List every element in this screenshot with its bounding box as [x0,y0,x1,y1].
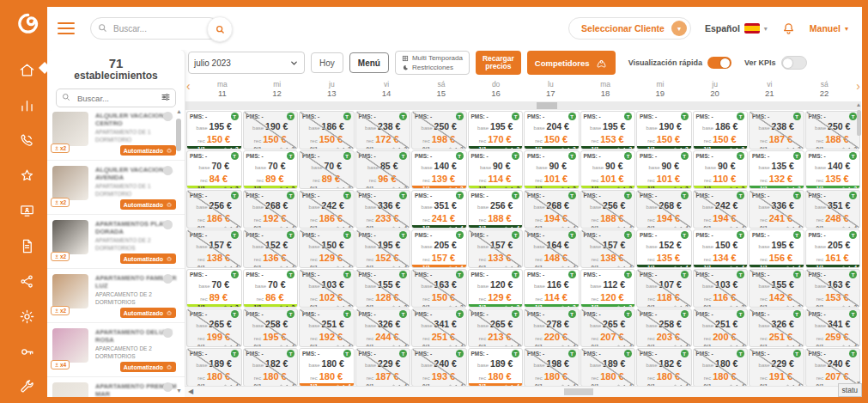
rate-status-icon[interactable]: T [624,113,632,120]
price-cell-r4-d12[interactable]: PMS: - T base152 € rec136 € 0/1 4 [243,229,299,268]
price-cell-r7-d12[interactable]: PMS: - T base182 € rec180 € 0/1 4 [243,348,299,387]
rate-status-icon[interactable]: T [681,231,689,239]
competitors-button[interactable]: Competidores [527,51,616,75]
rate-status-icon[interactable]: T [512,231,519,239]
select-client-dropdown[interactable]: Seleccionar Cliente ▾ [568,17,691,40]
language-dropdown[interactable]: Español ▾ [705,23,768,34]
day-column-13[interactable]: ju 13 [305,80,360,98]
rate-status-icon[interactable]: T [681,310,689,318]
rate-status-icon[interactable]: T [287,231,294,239]
scrollbar-thumb[interactable] [537,102,557,109]
price-cell-r2-d11[interactable]: PMS: - T base70 € rec84 € 1/1 2 [186,150,242,189]
rate-status-icon[interactable]: T [231,231,239,239]
rate-status-icon[interactable]: T [737,350,744,357]
rate-status-icon[interactable]: T [512,310,519,318]
rate-status-icon[interactable]: T [512,113,519,120]
rate-status-icon[interactable]: T [793,192,801,199]
rate-status-icon[interactable]: T [737,271,744,278]
price-cell-r1-d18[interactable]: PMS: - T base195 € rec153 € 1/1 2 [580,111,636,150]
sidebar-item-star[interactable] [17,165,38,186]
price-cell-r4-d20[interactable]: PMS: - T base150 € rec134 € 1/1 4 [693,229,749,268]
rate-status-icon[interactable]: T [287,113,294,120]
price-cell-r7-d22[interactable]: PMS: - T base240 € rec207 € 0/1 4 [805,348,861,387]
establishment-item-4[interactable]: x2 Apartamento familiar luz Aparcamento … [47,269,185,323]
rate-status-icon[interactable]: T [287,271,294,278]
price-cell-r3-d21[interactable]: PMS: - T base336 € rec241 € 0/1 4 [749,190,804,229]
price-cell-r5-d20[interactable]: PMS: - T base103 € rec116 € 0/1 2 [693,269,749,308]
price-cell-r5-d16[interactable]: PMS: - T base120 € rec129 € 1/1 2 [468,269,524,308]
rate-status-icon[interactable]: T [343,231,351,239]
day-column-15[interactable]: sá 15 [414,80,469,98]
scroll-up-icon[interactable]: ▲ [855,101,862,107]
rate-status-icon[interactable]: T [737,113,744,120]
rate-status-icon[interactable]: T [231,350,239,357]
price-cell-r7-d15[interactable]: PMS: - T base240 € rec193 € 0/1 4 [411,348,467,387]
rate-status-icon[interactable]: T [624,271,632,278]
price-cell-r6-d12[interactable]: PMS: - T base258 € rec195 € 0/1 4 [243,308,299,347]
price-cell-r3-d22[interactable]: PMS: - T base351 € rec248 € 0/1 4 [805,190,861,229]
rate-status-icon[interactable]: T [456,192,464,199]
rate-status-icon[interactable]: T [399,310,407,318]
prev-days-chevron[interactable]: ‹ [186,79,191,93]
sidebar-item-phone[interactable] [17,130,38,150]
rate-status-icon[interactable]: T [568,231,576,239]
price-cell-r4-d17[interactable]: PMS: - T base164 € rec148 € 0/1 4 [524,229,580,268]
price-cell-r2-d22[interactable]: PMS: - T base140 € rec135 € 1/1 2 [805,150,861,189]
rate-status-icon[interactable]: T [737,310,744,318]
establishment-item-6[interactable]: x4 Apartamento premium mar Apartamento c… [47,377,185,397]
day-column-17[interactable]: lu 17 [524,80,579,98]
rate-status-icon[interactable]: T [568,310,576,318]
sidebar-item-monitor[interactable] [17,200,38,221]
rate-status-icon[interactable]: T [568,350,576,357]
price-cell-r3-d11[interactable]: PMS: - T base256 € rec186 € 0/1 4 [186,190,242,229]
rate-status-icon[interactable]: T [512,152,519,160]
rate-status-icon[interactable]: T [399,271,407,278]
day-column-18[interactable]: ma 18 [578,80,633,98]
rate-status-icon[interactable]: T [793,350,801,357]
brand-logo-icon[interactable] [7,7,47,40]
price-cell-r6-d19[interactable]: PMS: - T base258 € rec203 € 0/1 4 [636,308,692,347]
rate-status-icon[interactable]: T [399,192,407,199]
price-cell-r5-d11[interactable]: PMS: - T base70 € rec89 € 1/1 2 [186,269,242,308]
price-cell-r6-d14[interactable]: PMS: - T base326 € rec244 € 0/1 4 [355,308,411,347]
price-cell-r2-d20[interactable]: PMS: - T base90 € rec110 € 1/1 2 [693,150,749,189]
price-cell-r1-d16[interactable]: PMS: - T base195 € rec170 € 1/1 2 [468,111,524,150]
rate-status-icon[interactable]: T [231,271,239,278]
scrollbar-thumb[interactable] [857,110,861,136]
price-cell-r2-d16[interactable]: PMS: - T base90 € rec114 € 1/1 2 [468,150,524,189]
price-cell-r1-d14[interactable]: PMS: - T base238 € rec172 € 0/1 2 [355,111,411,150]
rate-status-icon[interactable]: T [287,310,294,318]
price-cell-r1-d17[interactable]: PMS: - T base204 € rec150 € 1/1 2 [524,111,580,150]
price-cell-r1-d15[interactable]: PMS: - T base250 € rec198 € 0/1 2 [411,111,467,150]
sidebar-item-key[interactable] [17,341,38,362]
rate-status-icon[interactable]: T [456,310,464,318]
sidebar-item-document[interactable] [17,235,38,256]
price-cell-r2-d12[interactable]: PMS: - T base70 € rec89 € 1/1 2 [243,150,299,189]
price-cell-r3-d17[interactable]: PMS: - T base268 € rec194 € 0/1 4 [524,190,580,229]
rate-status-icon[interactable]: T [681,113,689,120]
price-cell-r6-d17[interactable]: PMS: - T base278 € rec220 € 0/1 4 [524,308,580,347]
rate-status-icon[interactable]: T [231,310,239,318]
rate-status-icon[interactable]: T [343,192,351,199]
rate-status-icon[interactable]: T [343,350,351,357]
day-column-21[interactable]: vi 21 [743,80,798,98]
notifications-bell-icon[interactable] [781,21,796,36]
price-cell-r5-d22[interactable]: PMS: - T base163 € rec153 € 0/1 2 [805,269,861,308]
rate-status-icon[interactable]: T [456,231,464,239]
rate-status-icon[interactable]: T [343,113,351,120]
filter-sliders-icon[interactable] [161,92,171,102]
today-button[interactable]: Hoy [311,52,343,73]
price-cell-r3-d13[interactable]: PMS: - T base242 € rec186 € 0/1 4 [299,190,355,229]
price-cell-r6-d21[interactable]: PMS: - T base326 € rec251 € 0/1 4 [749,308,804,347]
rate-status-icon[interactable]: T [231,152,239,160]
price-cell-r7-d16[interactable]: PMS: - T base189 € rec180 € 1/1 4 [468,348,524,387]
rate-status-icon[interactable]: T [456,271,464,278]
price-cell-r7-d11[interactable]: PMS: - T base189 € rec180 € 0/1 4 [186,348,242,387]
price-cell-r3-d14[interactable]: PMS: - T base336 € rec233 € 0/1 4 [355,190,411,229]
price-cell-r2-d18[interactable]: PMS: - T base90 € rec101 € 1/1 2 [580,150,636,189]
rate-status-icon[interactable]: T [512,350,519,357]
rate-status-icon[interactable]: T [624,152,632,160]
price-cell-r6-d15[interactable]: PMS: - T base341 € rec251 € 0/1 4 [411,308,467,347]
scroll-up-icon[interactable]: ▲ [175,108,183,114]
rate-status-icon[interactable]: T [399,152,407,160]
